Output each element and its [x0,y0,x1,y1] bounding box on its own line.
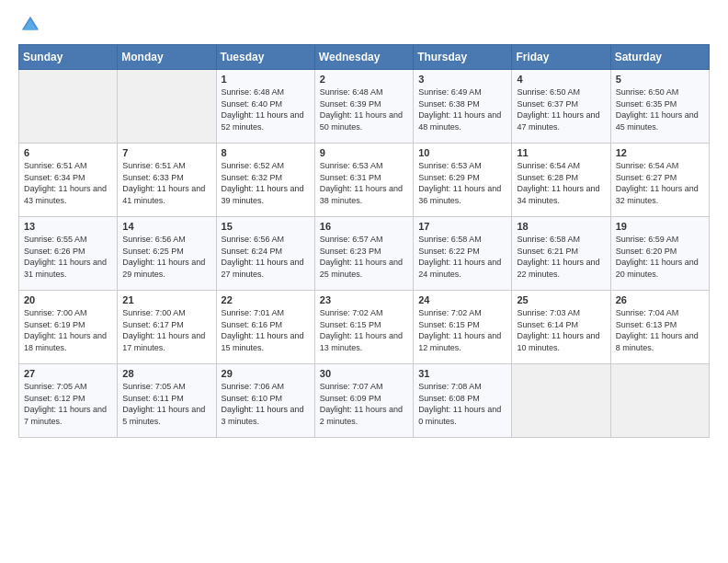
day-number: 19 [616,221,704,232]
calendar-cell: 15Sunrise: 6:56 AM Sunset: 6:24 PM Dayli… [216,217,314,291]
cell-content: Sunrise: 6:54 AM Sunset: 6:27 PM Dayligh… [616,160,704,206]
calendar-cell: 18Sunrise: 6:58 AM Sunset: 6:21 PM Dayli… [512,217,610,291]
cell-content: Sunrise: 7:05 AM Sunset: 6:12 PM Dayligh… [24,381,112,427]
day-number: 25 [517,294,605,305]
calendar-cell: 14Sunrise: 6:56 AM Sunset: 6:25 PM Dayli… [118,217,216,291]
day-number: 17 [418,221,506,232]
week-row-1: 1Sunrise: 6:48 AM Sunset: 6:40 PM Daylig… [19,70,710,144]
cell-content: Sunrise: 7:06 AM Sunset: 6:10 PM Dayligh… [222,381,310,427]
day-number: 13 [24,221,112,232]
day-number: 4 [517,74,605,85]
logo [18,15,40,35]
day-number: 11 [517,147,605,158]
cell-content: Sunrise: 7:07 AM Sunset: 6:09 PM Dayligh… [320,381,408,427]
cell-content: Sunrise: 7:08 AM Sunset: 6:08 PM Dayligh… [418,381,506,427]
week-row-2: 6Sunrise: 6:51 AM Sunset: 6:34 PM Daylig… [19,144,710,217]
calendar-cell: 7Sunrise: 6:51 AM Sunset: 6:33 PM Daylig… [118,144,216,217]
cell-content: Sunrise: 6:53 AM Sunset: 6:31 PM Dayligh… [320,160,408,206]
calendar-cell: 21Sunrise: 7:00 AM Sunset: 6:17 PM Dayli… [118,291,216,364]
logo-icon [20,15,40,35]
cell-content: Sunrise: 6:52 AM Sunset: 6:32 PM Dayligh… [222,160,310,206]
calendar-table: SundayMondayTuesdayWednesdayThursdayFrid… [18,44,710,438]
cell-content: Sunrise: 7:03 AM Sunset: 6:14 PM Dayligh… [517,307,605,353]
day-number: 15 [222,221,310,232]
day-number: 5 [616,74,704,85]
cell-content: Sunrise: 6:59 AM Sunset: 6:20 PM Dayligh… [616,234,704,280]
cell-content: Sunrise: 6:56 AM Sunset: 6:24 PM Dayligh… [222,234,310,280]
cell-content: Sunrise: 6:50 AM Sunset: 6:37 PM Dayligh… [517,86,605,132]
calendar-cell: 4Sunrise: 6:50 AM Sunset: 6:37 PM Daylig… [512,70,610,144]
calendar-cell: 25Sunrise: 7:03 AM Sunset: 6:14 PM Dayli… [512,291,610,364]
day-number: 26 [616,294,704,305]
cell-content: Sunrise: 6:58 AM Sunset: 6:21 PM Dayligh… [517,234,605,280]
week-row-4: 20Sunrise: 7:00 AM Sunset: 6:19 PM Dayli… [19,291,710,364]
calendar-cell: 31Sunrise: 7:08 AM Sunset: 6:08 PM Dayli… [414,364,512,438]
day-number: 8 [222,147,310,158]
day-number: 12 [616,147,704,158]
week-row-5: 27Sunrise: 7:05 AM Sunset: 6:12 PM Dayli… [19,364,710,438]
day-number: 9 [320,147,408,158]
cell-content: Sunrise: 6:51 AM Sunset: 6:33 PM Dayligh… [122,160,210,206]
calendar-cell: 26Sunrise: 7:04 AM Sunset: 6:13 PM Dayli… [610,291,709,364]
calendar-cell: 22Sunrise: 7:01 AM Sunset: 6:16 PM Dayli… [216,291,314,364]
day-number: 14 [122,221,210,232]
calendar-cell: 16Sunrise: 6:57 AM Sunset: 6:23 PM Dayli… [314,217,413,291]
calendar-cell [512,364,610,438]
day-number: 31 [418,368,506,379]
calendar-cell: 20Sunrise: 7:00 AM Sunset: 6:19 PM Dayli… [19,291,118,364]
day-number: 6 [24,147,112,158]
calendar-cell: 29Sunrise: 7:06 AM Sunset: 6:10 PM Dayli… [216,364,314,438]
cell-content: Sunrise: 6:48 AM Sunset: 6:40 PM Dayligh… [222,86,310,132]
day-number: 28 [122,368,210,379]
calendar-cell: 9Sunrise: 6:53 AM Sunset: 6:31 PM Daylig… [314,144,413,217]
day-number: 22 [222,294,310,305]
day-number: 30 [320,368,408,379]
day-header-monday: Monday [118,45,216,70]
cell-content: Sunrise: 6:58 AM Sunset: 6:22 PM Dayligh… [418,234,506,280]
calendar-cell: 17Sunrise: 6:58 AM Sunset: 6:22 PM Dayli… [414,217,512,291]
calendar-cell: 5Sunrise: 6:50 AM Sunset: 6:35 PM Daylig… [610,70,709,144]
day-header-tuesday: Tuesday [216,45,314,70]
day-number: 18 [517,221,605,232]
day-header-wednesday: Wednesday [314,45,413,70]
day-number: 7 [122,147,210,158]
day-number: 2 [320,74,408,85]
day-number: 21 [122,294,210,305]
cell-content: Sunrise: 7:01 AM Sunset: 6:16 PM Dayligh… [222,307,310,353]
calendar-cell: 28Sunrise: 7:05 AM Sunset: 6:11 PM Dayli… [118,364,216,438]
calendar-cell: 23Sunrise: 7:02 AM Sunset: 6:15 PM Dayli… [314,291,413,364]
cell-content: Sunrise: 7:00 AM Sunset: 6:17 PM Dayligh… [122,307,210,353]
calendar-cell: 27Sunrise: 7:05 AM Sunset: 6:12 PM Dayli… [19,364,118,438]
cell-content: Sunrise: 7:04 AM Sunset: 6:13 PM Dayligh… [616,307,704,353]
day-number: 29 [222,368,310,379]
day-header-saturday: Saturday [610,45,709,70]
cell-content: Sunrise: 6:57 AM Sunset: 6:23 PM Dayligh… [320,234,408,280]
calendar-cell [118,70,216,144]
cell-content: Sunrise: 6:53 AM Sunset: 6:29 PM Dayligh… [418,160,506,206]
day-header-friday: Friday [512,45,610,70]
calendar-cell [610,364,709,438]
calendar-cell: 12Sunrise: 6:54 AM Sunset: 6:27 PM Dayli… [610,144,709,217]
cell-content: Sunrise: 6:49 AM Sunset: 6:38 PM Dayligh… [418,86,506,132]
cell-content: Sunrise: 6:50 AM Sunset: 6:35 PM Dayligh… [616,86,704,132]
day-number: 1 [222,74,310,85]
cell-content: Sunrise: 6:56 AM Sunset: 6:25 PM Dayligh… [122,234,210,280]
day-number: 3 [418,74,506,85]
calendar-cell: 8Sunrise: 6:52 AM Sunset: 6:32 PM Daylig… [216,144,314,217]
day-number: 24 [418,294,506,305]
calendar-cell [19,70,118,144]
day-number: 27 [24,368,112,379]
cell-content: Sunrise: 7:02 AM Sunset: 6:15 PM Dayligh… [418,307,506,353]
calendar-cell: 6Sunrise: 6:51 AM Sunset: 6:34 PM Daylig… [19,144,118,217]
week-row-3: 13Sunrise: 6:55 AM Sunset: 6:26 PM Dayli… [19,217,710,291]
calendar-cell: 11Sunrise: 6:54 AM Sunset: 6:28 PM Dayli… [512,144,610,217]
day-number: 16 [320,221,408,232]
day-header-thursday: Thursday [414,45,512,70]
cell-content: Sunrise: 6:55 AM Sunset: 6:26 PM Dayligh… [24,234,112,280]
day-number: 20 [24,294,112,305]
cell-content: Sunrise: 7:00 AM Sunset: 6:19 PM Dayligh… [24,307,112,353]
day-number: 23 [320,294,408,305]
page-header [18,15,710,35]
day-header-sunday: Sunday [19,45,118,70]
day-number: 10 [418,147,506,158]
